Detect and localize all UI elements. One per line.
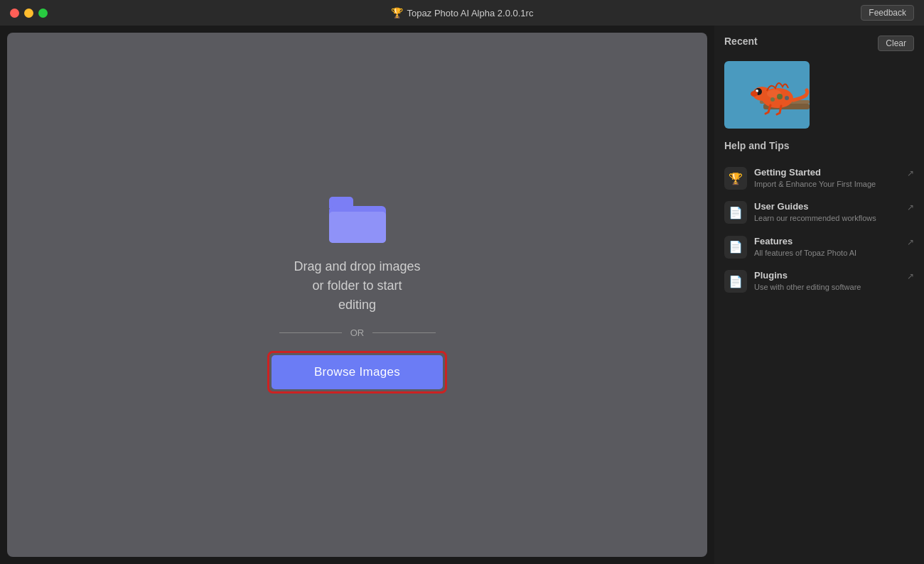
svg-point-10 xyxy=(785,96,789,100)
plugins-subtitle: Use with other editing software xyxy=(754,282,900,293)
app-logo-icon: 🏆 xyxy=(391,7,403,18)
titlebar: 🏆 Topaz Photo AI Alpha 2.0.0.1rc Feedbac… xyxy=(0,0,924,26)
recent-thumbnail[interactable] xyxy=(724,61,810,129)
or-divider: OR xyxy=(279,327,436,338)
clear-button[interactable]: Clear xyxy=(878,36,914,51)
drag-drop-text: Drag and drop images or folder to start … xyxy=(294,257,420,315)
help-item-features[interactable]: 📄 Features All features of Topaz Photo A… xyxy=(724,230,914,264)
external-link-icon: ↗ xyxy=(907,168,914,178)
app-title: 🏆 Topaz Photo AI Alpha 2.0.0.1rc xyxy=(391,7,534,18)
recent-label: Recent xyxy=(724,36,758,47)
svg-point-9 xyxy=(777,94,783,99)
browse-button-highlight: Browse Images xyxy=(267,351,447,394)
main-layout: Drag and drop images or folder to start … xyxy=(0,26,924,564)
svg-point-7 xyxy=(751,91,758,97)
browse-images-button[interactable]: Browse Images xyxy=(272,355,443,389)
minimize-button[interactable] xyxy=(24,9,33,18)
drop-zone[interactable]: Drag and drop images or folder to start … xyxy=(7,33,707,557)
plugins-icon: 📄 xyxy=(724,270,747,293)
help-item-user-guides[interactable]: 📄 User Guides Learn our recommended work… xyxy=(724,195,914,229)
trophy-icon: 🏆 xyxy=(724,167,747,190)
window-controls xyxy=(10,9,48,18)
feedback-button[interactable]: Feedback xyxy=(861,5,914,21)
plugins-text: Plugins Use with other editing software xyxy=(754,270,900,293)
getting-started-title: Getting Started xyxy=(754,167,900,178)
maximize-button[interactable] xyxy=(38,9,48,18)
svg-point-11 xyxy=(770,97,775,102)
help-item-getting-started[interactable]: 🏆 Getting Started Import & Enhance Your … xyxy=(724,161,914,195)
help-tips-title: Help and Tips xyxy=(724,140,914,151)
getting-started-subtitle: Import & Enhance Your First Image xyxy=(754,179,900,190)
help-item-plugins[interactable]: 📄 Plugins Use with other editing softwar… xyxy=(724,264,914,298)
plugins-title: Plugins xyxy=(754,270,900,281)
divider-line-right xyxy=(372,332,435,333)
document-icon: 📄 xyxy=(724,201,747,224)
or-text: OR xyxy=(350,327,365,338)
user-guides-title: User Guides xyxy=(754,201,900,212)
folder-icon xyxy=(329,197,386,243)
external-link-icon-3: ↗ xyxy=(907,237,914,247)
features-subtitle: All features of Topaz Photo AI xyxy=(754,248,900,259)
external-link-icon-4: ↗ xyxy=(907,271,914,281)
features-icon: 📄 xyxy=(724,236,747,259)
sidebar: Recent Clear xyxy=(714,26,924,564)
close-button[interactable] xyxy=(10,9,19,18)
external-link-icon-2: ↗ xyxy=(907,202,914,212)
recent-header: Recent Clear xyxy=(724,36,914,54)
features-text: Features All features of Topaz Photo AI xyxy=(754,236,900,259)
features-title: Features xyxy=(754,236,900,246)
user-guides-subtitle: Learn our recommended workflows xyxy=(754,213,900,224)
divider-line-left xyxy=(279,332,342,333)
user-guides-text: User Guides Learn our recommended workfl… xyxy=(754,201,900,224)
getting-started-text: Getting Started Import & Enhance Your Fi… xyxy=(754,167,900,190)
